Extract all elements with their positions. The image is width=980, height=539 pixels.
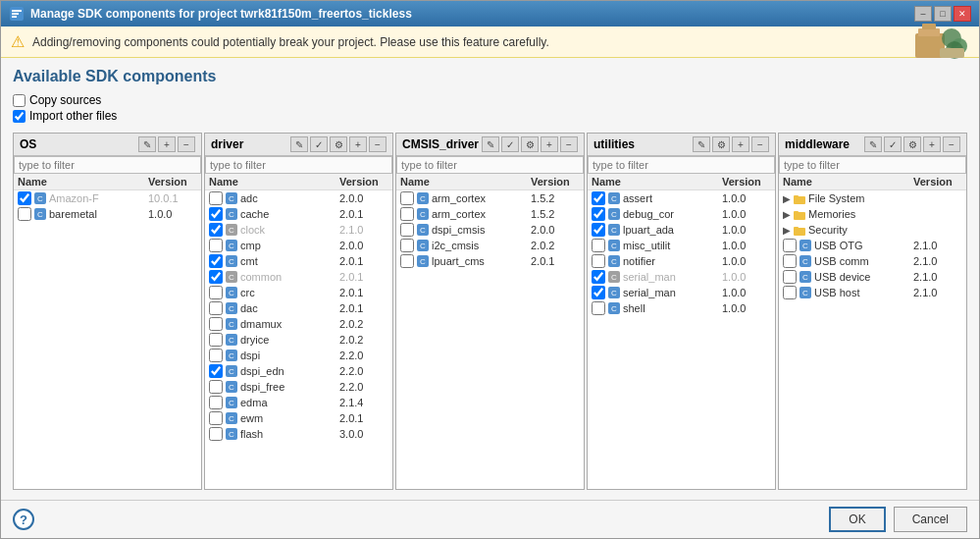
table-row[interactable]: C arm_cortex 1.5.2	[396, 190, 584, 206]
middleware-item-checkbox-2[interactable]	[783, 270, 797, 284]
utilities-item-checkbox-1[interactable]	[592, 207, 605, 221]
os-add-btn[interactable]: +	[158, 136, 176, 152]
table-row[interactable]: C assert 1.0.0	[588, 190, 775, 206]
cmsis-gear-btn[interactable]: ⚙	[521, 136, 539, 152]
table-row[interactable]: C USB device 2.1.0	[779, 269, 966, 285]
driver-item-checkbox-15[interactable]	[209, 427, 223, 441]
cmsis-item-checkbox-0[interactable]	[400, 191, 414, 205]
table-row[interactable]: C USB OTG 2.1.0	[779, 238, 966, 253]
cmsis-filter-input[interactable]	[396, 156, 584, 174]
table-row[interactable]: C cmp 2.0.0	[205, 238, 392, 253]
cmsis-items-list[interactable]: C arm_cortex 1.5.2 C arm_cortex 1.5.2 C …	[396, 190, 584, 489]
table-row[interactable]: C dspi_cmsis 2.0.0	[396, 222, 584, 238]
table-row[interactable]: C clock 2.1.0	[205, 222, 392, 238]
middleware-edit-btn[interactable]: ✎	[864, 136, 882, 152]
driver-item-checkbox-0[interactable]	[209, 191, 223, 205]
table-row[interactable]: C flash 3.0.0	[205, 426, 392, 442]
expand-arrow-icon[interactable]: ▶	[783, 193, 793, 204]
expand-arrow-icon[interactable]: ▶	[783, 225, 793, 236]
driver-item-checkbox-2[interactable]	[209, 223, 223, 237]
table-row[interactable]: C debug_cor 1.0.0	[588, 206, 775, 222]
table-row[interactable]: C arm_cortex 1.5.2	[396, 206, 584, 222]
driver-item-checkbox-7[interactable]	[209, 301, 223, 315]
os-remove-btn[interactable]: −	[178, 136, 195, 152]
os-edit-btn[interactable]: ✎	[138, 136, 156, 152]
table-row[interactable]: C lpuart_cms 2.0.1	[396, 253, 584, 269]
table-row[interactable]: C baremetal 1.0.0	[14, 206, 201, 222]
os-items-list[interactable]: C Amazon-F 10.0.1 C baremetal 1.0.0	[14, 190, 201, 489]
utilities-item-checkbox-7[interactable]	[592, 301, 605, 315]
driver-item-checkbox-5[interactable]	[209, 270, 223, 284]
expand-arrow-icon[interactable]: ▶	[783, 209, 793, 220]
copy-sources-checkbox[interactable]	[13, 94, 26, 107]
table-row[interactable]: C dmamux 2.0.2	[205, 316, 392, 332]
middleware-remove-btn[interactable]: −	[943, 136, 960, 152]
table-row[interactable]: C dspi_edn 2.2.0	[205, 363, 392, 379]
table-row[interactable]: C cache 2.0.1	[205, 206, 392, 222]
middleware-items-list[interactable]: ▶ File System ▶ Memories	[779, 190, 966, 489]
cmsis-item-checkbox-1[interactable]	[400, 207, 414, 221]
os-filter-input[interactable]	[14, 156, 201, 174]
middleware-filter-input[interactable]	[779, 156, 966, 174]
driver-filter-input[interactable]	[205, 156, 392, 174]
table-row[interactable]: C USB comm 2.1.0	[779, 253, 966, 269]
table-row[interactable]: C dac 2.0.1	[205, 300, 392, 316]
table-row[interactable]: C serial_man 1.0.0	[588, 285, 775, 300]
import-files-checkbox-row[interactable]: Import other files	[13, 109, 967, 123]
utilities-gear-btn[interactable]: ⚙	[712, 136, 730, 152]
utilities-remove-btn[interactable]: −	[751, 136, 769, 152]
table-row[interactable]: C misc_utilit 1.0.0	[588, 238, 775, 253]
cmsis-remove-btn[interactable]: −	[560, 136, 578, 152]
table-row[interactable]: C serial_man 1.0.0	[588, 269, 775, 285]
driver-item-checkbox-6[interactable]	[209, 286, 223, 299]
cmsis-check-btn[interactable]: ✓	[501, 136, 519, 152]
driver-item-checkbox-13[interactable]	[209, 396, 223, 409]
utilities-item-checkbox-0[interactable]	[592, 191, 605, 205]
list-item[interactable]: ▶ Security	[779, 222, 966, 238]
driver-item-checkbox-8[interactable]	[209, 317, 223, 331]
import-files-checkbox[interactable]	[13, 110, 26, 123]
table-row[interactable]: C ewm 2.0.1	[205, 410, 392, 426]
middleware-item-checkbox-3[interactable]	[783, 286, 797, 299]
driver-gear-btn[interactable]: ⚙	[330, 136, 347, 152]
help-button[interactable]: ?	[13, 509, 34, 530]
cancel-button[interactable]: Cancel	[894, 507, 967, 532]
cmsis-add-btn[interactable]: +	[541, 136, 558, 152]
cmsis-item-checkbox-4[interactable]	[400, 254, 414, 268]
driver-item-checkbox-9[interactable]	[209, 333, 223, 347]
list-item[interactable]: ▶ File System	[779, 190, 966, 206]
os-item-checkbox-0[interactable]	[18, 191, 31, 205]
table-row[interactable]: C common 2.0.1	[205, 269, 392, 285]
table-row[interactable]: C notifier 1.0.0	[588, 253, 775, 269]
cmsis-edit-btn[interactable]: ✎	[482, 136, 499, 152]
driver-check-btn[interactable]: ✓	[310, 136, 328, 152]
utilities-item-checkbox-5[interactable]	[592, 270, 605, 284]
middleware-item-checkbox-1[interactable]	[783, 254, 797, 268]
table-row[interactable]: C edma 2.1.4	[205, 395, 392, 410]
table-row[interactable]: C dspi 2.2.0	[205, 348, 392, 363]
os-item-checkbox-1[interactable]	[18, 207, 31, 221]
driver-item-checkbox-4[interactable]	[209, 254, 223, 268]
middleware-check-btn[interactable]: ✓	[884, 136, 902, 152]
utilities-filter-input[interactable]	[588, 156, 775, 174]
cmsis-item-checkbox-2[interactable]	[400, 223, 414, 237]
table-row[interactable]: C shell 1.0.0	[588, 300, 775, 316]
table-row[interactable]: C cmt 2.0.1	[205, 253, 392, 269]
utilities-items-list[interactable]: C assert 1.0.0 C debug_cor 1.0.0 C lpuar…	[588, 190, 775, 489]
ok-button[interactable]: OK	[829, 507, 885, 532]
table-row[interactable]: C dryice 2.0.2	[205, 332, 392, 348]
driver-items-list[interactable]: C adc 2.0.0 C cache 2.0.1 C clock	[205, 190, 392, 489]
table-row[interactable]: C Amazon-F 10.0.1	[14, 190, 201, 206]
utilities-item-checkbox-4[interactable]	[592, 254, 605, 268]
list-item[interactable]: ▶ Memories	[779, 206, 966, 222]
middleware-gear-btn[interactable]: ⚙	[903, 136, 921, 152]
driver-item-checkbox-14[interactable]	[209, 411, 223, 425]
table-row[interactable]: C crc 2.0.1	[205, 285, 392, 300]
table-row[interactable]: C adc 2.0.0	[205, 190, 392, 206]
utilities-add-btn[interactable]: +	[732, 136, 749, 152]
table-row[interactable]: C i2c_cmsis 2.0.2	[396, 238, 584, 253]
driver-item-checkbox-11[interactable]	[209, 364, 223, 378]
copy-sources-checkbox-row[interactable]: Copy sources	[13, 93, 967, 107]
utilities-item-checkbox-2[interactable]	[592, 223, 605, 237]
driver-item-checkbox-3[interactable]	[209, 239, 223, 252]
